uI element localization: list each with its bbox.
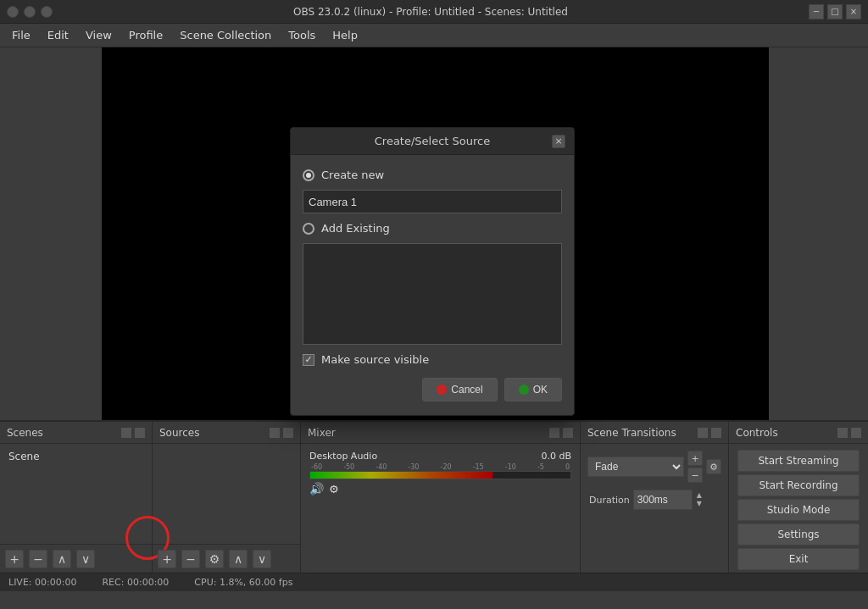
scenes-add-button[interactable]: +	[5, 550, 24, 568]
menu-tools[interactable]: Tools	[280, 26, 324, 44]
scene-item[interactable]: Scene	[3, 447, 148, 466]
ok-label: OK	[533, 384, 548, 396]
transitions-duration-row: Duration ▲ ▼	[584, 486, 725, 513]
titlebar-left	[7, 6, 53, 18]
window-minimize-control[interactable]: −	[809, 4, 824, 19]
transition-add-btn[interactable]: +	[687, 451, 703, 466]
titlebar: OBS 23.0.2 (linux) - Profile: Untitled -…	[0, 0, 868, 24]
menu-profile[interactable]: Profile	[120, 26, 171, 44]
make-visible-row: ✓ Make source visible	[303, 353, 562, 366]
modal-body: Create new Add Existing ✓ Make source vi…	[291, 155, 574, 415]
settings-button[interactable]: Settings	[737, 523, 860, 545]
create-new-row: Create new	[303, 169, 562, 181]
live-status: LIVE: 00:00:00	[8, 577, 76, 588]
scenes-panel-icons	[121, 428, 145, 438]
mixer-settings-icon[interactable]: ⚙	[329, 483, 339, 496]
duration-spinners: ▲ ▼	[694, 491, 704, 508]
existing-sources-list[interactable]	[303, 243, 562, 345]
controls-icon-2[interactable]	[851, 428, 861, 438]
window-maximize-control[interactable]: □	[827, 4, 843, 19]
modal-ok-button[interactable]: OK	[504, 378, 562, 401]
modal-close-button[interactable]: ×	[552, 135, 565, 148]
sources-down-button[interactable]: ∨	[253, 550, 271, 568]
controls-title: Controls	[736, 427, 778, 439]
mixer-bar	[310, 472, 492, 479]
studio-mode-button[interactable]: Studio Mode	[737, 499, 860, 521]
scenes-up-button[interactable]: ∧	[53, 550, 71, 568]
transitions-panel-icons	[698, 428, 721, 438]
transitions-panel: Scene Transitions Fade Cut Swipe + − ⚙	[581, 422, 729, 573]
make-visible-checkbox[interactable]: ✓	[303, 354, 314, 366]
mixer-icon-2[interactable]	[563, 428, 573, 438]
scenes-remove-button[interactable]: −	[29, 550, 47, 568]
modal-buttons: Cancel OK	[303, 378, 562, 401]
menu-edit[interactable]: Edit	[39, 26, 77, 44]
cancel-icon	[437, 385, 447, 395]
sources-add-button[interactable]: +	[158, 550, 176, 568]
menu-view[interactable]: View	[77, 26, 120, 44]
maximize-button[interactable]	[41, 6, 53, 18]
duration-up-arrow[interactable]: ▲	[694, 491, 704, 500]
controls-panel-icons	[837, 428, 861, 438]
menubar: File Edit View Profile Scene Collection …	[0, 24, 868, 47]
transition-remove-btn[interactable]: −	[687, 468, 703, 483]
scenes-down-button[interactable]: ∨	[76, 550, 95, 568]
add-existing-label: Add Existing	[321, 222, 390, 235]
window-title: OBS 23.0.2 (linux) - Profile: Untitled -…	[53, 6, 809, 18]
scenes-icon-2[interactable]	[135, 428, 145, 438]
sources-icon-2[interactable]	[283, 428, 293, 438]
sources-footer: + − ⚙ ∧ ∨	[153, 544, 300, 573]
add-existing-radio[interactable]	[303, 223, 314, 235]
duration-down-arrow[interactable]: ▼	[694, 500, 704, 508]
mixer-track-header: Desktop Audio 0.0 dB	[309, 451, 571, 462]
source-name-input[interactable]	[303, 190, 562, 213]
mixer-scale: -60-50-40-30-20-15-10-50	[309, 463, 571, 471]
minimize-button[interactable]	[24, 6, 36, 18]
scenes-title: Scenes	[7, 427, 43, 439]
rec-status: REC: 00:00:00	[102, 577, 169, 588]
transition-select[interactable]: Fade Cut Swipe	[587, 457, 684, 477]
window-close-control[interactable]: ×	[846, 4, 861, 19]
sources-up-button[interactable]: ∧	[229, 550, 248, 568]
menu-help[interactable]: Help	[324, 26, 366, 44]
modal-cancel-button[interactable]: Cancel	[422, 378, 497, 401]
scenes-panel: Scenes Scene + − ∧ ∨	[0, 422, 153, 573]
sources-icon-1[interactable]	[270, 428, 280, 438]
exit-button[interactable]: Exit	[737, 548, 860, 570]
scenes-footer: + − ∧ ∨	[0, 544, 152, 573]
controls-icon-1[interactable]	[837, 428, 848, 438]
scenes-icon-1[interactable]	[121, 428, 131, 438]
close-button[interactable]	[7, 6, 19, 18]
mixer-content: Desktop Audio 0.0 dB -60-50-40-30-20-15-…	[301, 444, 580, 573]
mixer-controls: 🔊 ⚙	[309, 482, 571, 496]
cancel-label: Cancel	[451, 384, 482, 396]
create-new-radio[interactable]	[303, 169, 314, 181]
scenes-list: Scene	[0, 444, 152, 544]
transition-gear-btn[interactable]: ⚙	[706, 459, 721, 474]
controls-panel-header: Controls	[729, 422, 868, 444]
transitions-icon-2[interactable]	[711, 428, 721, 438]
sources-remove-button[interactable]: −	[181, 550, 200, 568]
scenes-panel-header: Scenes	[0, 422, 152, 444]
transitions-content: Fade Cut Swipe + − ⚙ Duration ▲ ▼	[581, 444, 728, 573]
start-streaming-button[interactable]: Start Streaming	[737, 450, 860, 472]
controls-content: Start Streaming Start Recording Studio M…	[729, 444, 868, 573]
add-existing-row: Add Existing	[303, 222, 562, 235]
start-recording-button[interactable]: Start Recording	[737, 474, 860, 496]
cpu-status: CPU: 1.8%, 60.00 fps	[194, 577, 292, 588]
mixer-bar-container	[309, 471, 571, 479]
sources-gear-button[interactable]: ⚙	[205, 550, 224, 568]
menu-scene-collection[interactable]: Scene Collection	[171, 26, 280, 44]
mixer-panel: Mixer Desktop Audio 0.0 dB -60-50-40-30-…	[301, 422, 581, 573]
mixer-panel-icons	[549, 428, 573, 438]
duration-input[interactable]	[633, 490, 693, 510]
make-visible-label: Make source visible	[321, 353, 429, 366]
ok-icon	[519, 385, 529, 395]
menu-file[interactable]: File	[3, 26, 39, 44]
transitions-icon-1[interactable]	[698, 428, 708, 438]
right-spacer	[769, 47, 868, 420]
mixer-mute-icon[interactable]: 🔊	[309, 482, 324, 496]
sources-list	[153, 444, 300, 544]
mixer-icon-1[interactable]	[549, 428, 559, 438]
bottom-panels: Scenes Scene + − ∧ ∨ Sources	[0, 420, 868, 573]
